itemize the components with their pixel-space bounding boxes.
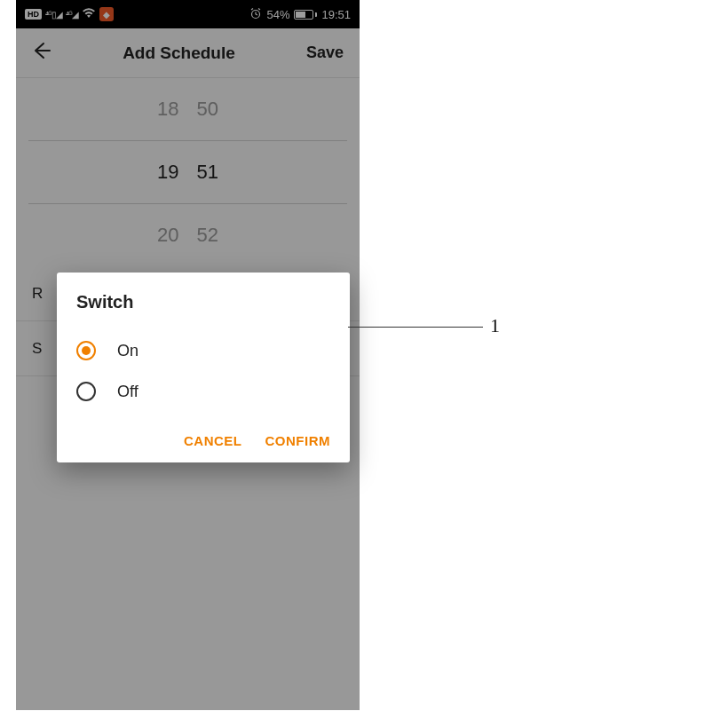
radio-checked-icon xyxy=(76,341,96,360)
radio-on-label: On xyxy=(117,342,138,360)
radio-unchecked-icon xyxy=(76,382,96,401)
radio-off-label: Off xyxy=(117,383,138,401)
callout-line xyxy=(348,327,483,328)
phone-screen: HD ⁴ᴳ▯◢ ⁴ᴳ◢ ◆ 54% 19:51 Add Schedule Sav… xyxy=(16,0,360,710)
dialog-actions: CANCEL CONFIRM xyxy=(76,433,330,448)
callout-label-1: 1 xyxy=(490,314,500,337)
confirm-button[interactable]: CONFIRM xyxy=(265,433,331,448)
radio-option-on[interactable]: On xyxy=(76,330,330,371)
dialog-title: Switch xyxy=(76,292,330,312)
switch-dialog: Switch On Off CANCEL CONFIRM xyxy=(57,273,350,462)
cancel-button[interactable]: CANCEL xyxy=(184,433,242,448)
radio-option-off[interactable]: Off xyxy=(76,371,330,412)
